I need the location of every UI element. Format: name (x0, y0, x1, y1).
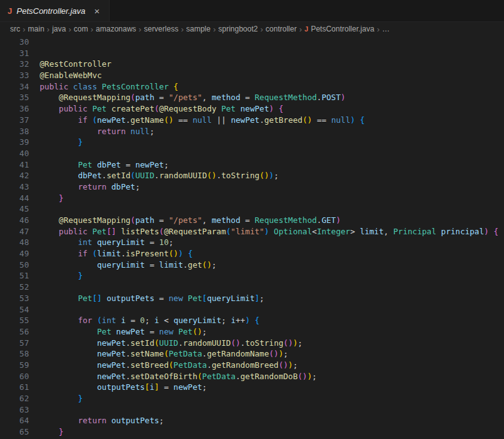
code-line-text: Pet dbPet = newPet; (29, 159, 169, 171)
close-icon[interactable]: × (93, 6, 102, 16)
breadcrumb-item[interactable]: src (10, 25, 20, 33)
breadcrumb-item[interactable]: java (52, 25, 66, 33)
code-line[interactable]: 60 newPet.setDateOfBirth(PetData.getRand… (0, 371, 504, 382)
breadcrumb-label: amazonaws (96, 25, 136, 33)
code-line-text: return null; (29, 126, 154, 137)
breadcrumb-label: springboot2 (219, 25, 258, 33)
code-line-text: if (newPet.getName() == null || newPet.g… (29, 115, 365, 126)
code-line-text: } (29, 270, 83, 282)
code-line[interactable]: 43 return dbPet; (0, 181, 504, 193)
code-line-text (29, 48, 40, 59)
code-line[interactable]: 36 public Pet createPet(@RequestBody Pet… (0, 103, 504, 115)
java-file-icon: J (8, 7, 12, 15)
code-line[interactable]: 52 (0, 282, 504, 293)
code-line[interactable]: 46 @RequestMapping(path = "/pets", metho… (0, 215, 504, 226)
code-line[interactable]: 51 } (0, 270, 504, 282)
code-line-text: } (29, 426, 64, 438)
chevron-right-icon: › (91, 25, 93, 34)
code-line[interactable]: 48 int queryLimit = 10; (0, 237, 504, 248)
chevron-right-icon: › (377, 25, 379, 34)
code-line-text: @RestController (29, 59, 112, 70)
code-line[interactable]: 38 return null; (0, 126, 504, 137)
code-line[interactable]: 57 newPet.setId(UUID.randomUUID().toStri… (0, 338, 504, 349)
chevron-right-icon: › (181, 25, 183, 34)
code-line-text: @EnableWebMvc (29, 70, 102, 81)
breadcrumb-item[interactable]: controller (266, 25, 297, 33)
breadcrumb-item[interactable]: main (28, 25, 44, 33)
code-line[interactable]: 30 (0, 37, 504, 48)
chevron-right-icon: › (260, 25, 263, 34)
code-line[interactable]: 65 } (0, 426, 504, 438)
code-line-text: public Pet createPet(@RequestBody Pet ne… (29, 103, 284, 115)
breadcrumb-item[interactable]: serverless (144, 25, 178, 33)
line-number: 34 (0, 81, 29, 93)
line-number: 46 (0, 215, 29, 226)
line-number: 62 (0, 393, 29, 404)
breadcrumb-item[interactable]: com (74, 25, 88, 33)
breadcrumb-item[interactable]: JPetsController.java (304, 25, 374, 33)
code-line-text: newPet.setBreed(PetData.getRandomBreed()… (29, 360, 298, 371)
code-line-text: } (29, 137, 83, 148)
code-line-text (29, 404, 40, 416)
code-line[interactable]: 41 Pet dbPet = newPet; (0, 159, 504, 171)
code-line-text: public Pet[] listPets(@RequestParam("lim… (29, 226, 498, 237)
line-number: 36 (0, 103, 29, 115)
code-line[interactable]: 31 (0, 48, 504, 59)
code-line[interactable]: 34public class PetsController { (0, 81, 504, 93)
code-line[interactable]: 45 (0, 203, 504, 215)
code-line[interactable]: 56 Pet newPet = new Pet(); (0, 326, 504, 338)
code-line[interactable]: 54 (0, 304, 504, 316)
tab-petscontroller[interactable]: J PetsController.java × (0, 0, 110, 21)
code-line[interactable]: 49 if (limit.isPresent()) { (0, 248, 504, 259)
code-line[interactable]: 55 for (int i = 0; i < queryLimit; i++) … (0, 315, 504, 326)
code-line[interactable]: 33@EnableWebMvc (0, 70, 504, 81)
code-line[interactable]: 53 Pet[] outputPets = new Pet[queryLimit… (0, 293, 504, 304)
breadcrumb-item[interactable]: sample (186, 25, 210, 33)
code-line[interactable]: 42 dbPet.setId(UUID.randomUUID().toStrin… (0, 170, 504, 181)
chevron-right-icon: › (47, 25, 49, 34)
line-number: 35 (0, 92, 29, 103)
code-line[interactable]: 32@RestController (0, 59, 504, 70)
line-number: 47 (0, 226, 29, 237)
code-line[interactable]: 62 } (0, 393, 504, 404)
line-number: 54 (0, 304, 29, 316)
line-number: 64 (0, 415, 29, 426)
line-number: 44 (0, 193, 29, 204)
breadcrumb-label: controller (266, 25, 297, 33)
code-line[interactable]: 64 return outputPets; (0, 415, 504, 426)
code-line-text (29, 148, 40, 159)
breadcrumb-label: serverless (144, 25, 178, 33)
breadcrumb-item[interactable]: springboot2 (219, 25, 258, 33)
code-line[interactable]: 59 newPet.setBreed(PetData.getRandomBree… (0, 360, 504, 371)
code-line[interactable]: 40 (0, 148, 504, 159)
code-line-text: newPet.setDateOfBirth(PetData.getRandomD… (29, 371, 317, 382)
breadcrumb-item[interactable]: … (382, 25, 389, 33)
line-number: 42 (0, 170, 29, 181)
breadcrumb-label: src (10, 25, 20, 33)
java-file-icon: J (304, 26, 308, 33)
code-line[interactable]: 35 @RequestMapping(path = "/pets", metho… (0, 92, 504, 103)
code-line-text: } (29, 393, 83, 404)
code-line[interactable]: 58 newPet.setName(PetData.getRandomName(… (0, 348, 504, 360)
code-line-text: outputPets[i] = newPet; (29, 382, 207, 393)
code-line[interactable]: 39 } (0, 137, 504, 148)
code-line[interactable]: 47 public Pet[] listPets(@RequestParam("… (0, 226, 504, 237)
breadcrumb-item[interactable]: amazonaws (96, 25, 136, 33)
code-line-text (29, 37, 40, 48)
code-line-text: return outputPets; (29, 415, 164, 426)
code-line-text: @RequestMapping(path = "/pets", method =… (29, 215, 341, 226)
code-line[interactable]: 44 } (0, 193, 504, 204)
line-number: 57 (0, 338, 29, 349)
code-line-text (29, 203, 40, 215)
code-line[interactable]: 63 (0, 404, 504, 416)
code-line[interactable]: 50 queryLimit = limit.get(); (0, 259, 504, 271)
breadcrumb: src›main›java›com›amazonaws›serverless›s… (0, 22, 504, 36)
code-line[interactable]: 61 outputPets[i] = newPet; (0, 382, 504, 393)
chevron-right-icon: › (69, 25, 71, 34)
line-number: 56 (0, 326, 29, 338)
code-line-text: return dbPet; (29, 181, 140, 193)
code-line[interactable]: 37 if (newPet.getName() == null || newPe… (0, 115, 504, 126)
line-number: 39 (0, 137, 29, 148)
code-line-text (29, 282, 40, 293)
code-editor[interactable]: 303132@RestController33@EnableWebMvc34pu… (0, 36, 504, 439)
